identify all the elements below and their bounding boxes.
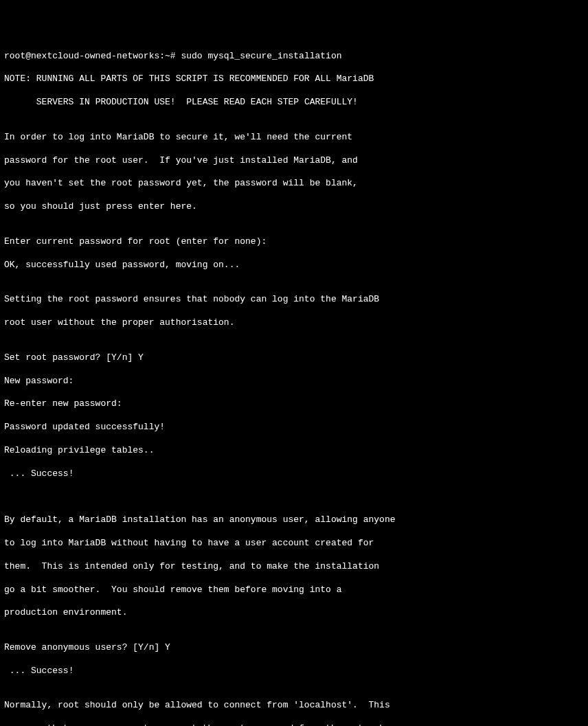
output-line: production environment.: [4, 607, 584, 619]
output-line: ... Success!: [4, 468, 584, 480]
output-line: Re-enter new password:: [4, 398, 584, 410]
output-line: NOTE: RUNNING ALL PARTS OF THIS SCRIPT I…: [4, 73, 584, 85]
output-line: ... Success!: [4, 666, 584, 677]
output-line: so you should just press enter here.: [4, 201, 584, 213]
command-output: NOTE: RUNNING ALL PARTS OF THIS SCRIPT I…: [4, 73, 584, 726]
output-line: OK, successfully used password, moving o…: [4, 260, 584, 271]
output-line: you haven't set the root password yet, t…: [4, 178, 584, 190]
output-line: In order to log into MariaDB to secure i…: [4, 132, 584, 144]
output-line: Enter current password for root (enter f…: [4, 236, 584, 248]
output-line: New password:: [4, 376, 584, 387]
output-line: Setting the root password ensures that n…: [4, 294, 584, 306]
output-line: SERVERS IN PRODUCTION USE! PLEASE READ E…: [4, 97, 584, 109]
output-line: Set root password? [Y/n] Y: [4, 352, 584, 364]
command-text: sudo mysql_secure_installation: [181, 51, 341, 61]
output-line: By default, a MariaDB installation has a…: [4, 514, 584, 526]
output-line: Reloading privilege tables..: [4, 445, 584, 457]
output-line: Password updated successfully!: [4, 422, 584, 433]
terminal-output[interactable]: root@nextcloud-owned-networks:~# sudo my…: [4, 51, 584, 726]
output-line: them. This is intended only for testing,…: [4, 561, 584, 573]
output-line: to log into MariaDB without having to ha…: [4, 538, 584, 549]
shell-prompt: root@nextcloud-owned-networks:~#: [4, 51, 181, 61]
output-line: Remove anonymous users? [Y/n] Y: [4, 642, 584, 654]
output-line: go a bit smoother. You should remove the…: [4, 585, 584, 596]
output-line: ensures that someone cannot guess at the…: [4, 723, 584, 726]
output-line: Normally, root should only be allowed to…: [4, 700, 584, 712]
output-line: password for the root user. If you've ju…: [4, 155, 584, 167]
output-line: root user without the proper authorisati…: [4, 317, 584, 329]
